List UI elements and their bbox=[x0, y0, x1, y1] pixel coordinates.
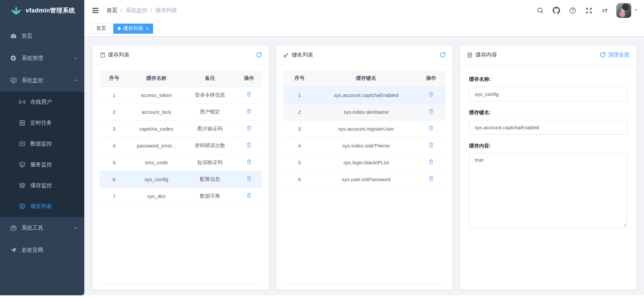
resize-grip-icon[interactable] bbox=[623, 222, 626, 228]
cell-remark: 图片验证码 bbox=[184, 120, 236, 137]
delete-row-button[interactable] bbox=[246, 125, 252, 131]
cache-value-field: true bbox=[469, 153, 627, 230]
clear-all-button[interactable]: 清理全部 bbox=[600, 52, 630, 59]
sidebar-item-label: 系统监控 bbox=[22, 77, 43, 84]
gear-icon bbox=[10, 55, 17, 62]
sidebar-item-system-monitor[interactable]: 系统监控 bbox=[0, 69, 84, 92]
delete-row-button[interactable] bbox=[246, 142, 252, 148]
cache-value-textarea[interactable]: true bbox=[469, 153, 627, 229]
trash-icon bbox=[428, 108, 434, 114]
github-button[interactable] bbox=[550, 4, 563, 17]
sidebar-submenu-monitor: 在线用户 定时任务 数据监控 服务监控 bbox=[0, 92, 84, 217]
trash-icon bbox=[428, 92, 434, 97]
table-row[interactable]: 4sys.index.sideTheme bbox=[283, 137, 446, 154]
delete-row-button[interactable] bbox=[246, 193, 252, 198]
delete-row-button[interactable] bbox=[428, 92, 434, 97]
question-circle-icon bbox=[569, 7, 576, 14]
table-row[interactable]: 2sys.index.skinName bbox=[283, 103, 446, 120]
cell-key: sys.login.blackIPList bbox=[316, 154, 416, 171]
sidebar-item-online-users[interactable]: 在线用户 bbox=[0, 92, 84, 112]
trash-icon bbox=[246, 176, 252, 181]
search-icon bbox=[537, 7, 544, 14]
collection-icon bbox=[99, 52, 105, 58]
font-size-icon: тT bbox=[602, 8, 608, 13]
tag-home[interactable]: 首页 bbox=[92, 24, 111, 34]
refresh-icon bbox=[440, 52, 446, 58]
server-monitor-icon bbox=[19, 161, 26, 168]
table-row[interactable]: 1sys.account.captchaEnabled bbox=[283, 87, 446, 103]
table-row[interactable]: 2account_lock用户锁定 bbox=[99, 103, 262, 120]
delete-row-button[interactable] bbox=[428, 108, 434, 114]
action-cell bbox=[416, 171, 446, 188]
sidebar-item-server-monitor[interactable]: 服务监控 bbox=[0, 154, 84, 175]
cell-index: 3 bbox=[283, 120, 316, 137]
sidebar-item-cache-monitor[interactable]: 缓存监控 bbox=[0, 175, 84, 196]
cell-index: 5 bbox=[283, 154, 316, 171]
column-header: 缓存键名 bbox=[316, 70, 416, 87]
delete-row-button[interactable] bbox=[246, 92, 252, 97]
breadcrumb-separator: / bbox=[150, 7, 152, 13]
tag-label: 缓存列表 bbox=[123, 25, 143, 32]
table-row[interactable]: 4password_error...密码错误次数 bbox=[99, 137, 262, 154]
delete-row-button[interactable] bbox=[428, 176, 434, 181]
logo[interactable]: vfadmin管理系统 bbox=[0, 0, 84, 21]
breadcrumb-home[interactable]: 首页 bbox=[107, 7, 117, 14]
column-header: 序号 bbox=[99, 70, 129, 87]
github-icon bbox=[553, 7, 560, 14]
table-row[interactable]: 5sms_code短信验证码 bbox=[99, 154, 262, 171]
clear-all-label: 清理全部 bbox=[608, 52, 630, 59]
delete-row-button[interactable] bbox=[246, 159, 252, 165]
cell-index: 2 bbox=[283, 103, 316, 120]
search-button[interactable] bbox=[533, 4, 547, 17]
tag-close-icon[interactable]: × bbox=[146, 26, 149, 31]
delete-row-button[interactable] bbox=[428, 142, 434, 148]
delete-row-button[interactable] bbox=[246, 176, 252, 181]
cache-key-input[interactable] bbox=[469, 120, 627, 135]
sidebar-item-system-tools[interactable]: 系统工具 bbox=[0, 217, 84, 239]
fullscreen-button[interactable] bbox=[582, 4, 595, 17]
monitor-icon bbox=[10, 77, 17, 84]
cache-name-input[interactable] bbox=[469, 87, 627, 101]
table-row[interactable]: 6sys.user.initPassword bbox=[283, 171, 446, 188]
table-row[interactable]: 1access_token登录令牌信息 bbox=[99, 87, 262, 103]
sidebar: vfadmin管理系统 首页 系统管理 系统监控 bbox=[0, 0, 84, 295]
table-row[interactable]: 6sys_config配置信息 bbox=[99, 171, 262, 188]
sidebar-item-home[interactable]: 首页 bbox=[0, 25, 84, 47]
sidebar-item-cache-list[interactable]: 缓存列表 bbox=[0, 196, 84, 217]
table-row[interactable]: 5sys.login.blackIPList bbox=[283, 154, 446, 171]
sidebar-item-system-manage[interactable]: 系统管理 bbox=[0, 47, 84, 69]
trash-icon bbox=[428, 159, 434, 165]
sidebar-item-official-site[interactable]: 若依官网 bbox=[0, 239, 84, 261]
sidebar-item-label: 缓存监控 bbox=[30, 182, 52, 189]
column-header: 操作 bbox=[416, 70, 446, 87]
sidebar-item-scheduled-jobs[interactable]: 定时任务 bbox=[0, 112, 84, 133]
cell-index: 6 bbox=[283, 171, 316, 188]
table-row[interactable]: 3sys.account.registerUser bbox=[283, 120, 446, 137]
help-button[interactable] bbox=[566, 4, 579, 17]
user-menu[interactable] bbox=[616, 3, 638, 18]
sidebar-fold-button[interactable] bbox=[92, 6, 100, 14]
delete-row-button[interactable] bbox=[428, 125, 434, 131]
tag-label: 首页 bbox=[96, 25, 106, 32]
caret-down-icon bbox=[634, 8, 638, 13]
delete-row-button[interactable] bbox=[246, 108, 252, 114]
user-avatar[interactable] bbox=[616, 3, 631, 18]
sidebar-item-data-monitor[interactable]: 数据监控 bbox=[0, 133, 84, 154]
cell-index: 2 bbox=[99, 103, 129, 120]
cell-index: 1 bbox=[283, 87, 316, 103]
horizontal-scrollbar-track[interactable] bbox=[0, 295, 644, 298]
navbar-actions: тT bbox=[533, 3, 638, 18]
tag-cache-list[interactable]: 缓存列表 × bbox=[113, 24, 153, 34]
table-row[interactable]: 3captcha_codes图片验证码 bbox=[99, 120, 262, 137]
table-row[interactable]: 7sys_dict数据字典 bbox=[99, 188, 262, 204]
refresh-key-list-button[interactable] bbox=[440, 52, 446, 58]
sidebar-item-label: 缓存列表 bbox=[30, 203, 52, 210]
delete-row-button[interactable] bbox=[428, 159, 434, 165]
cell-index: 7 bbox=[99, 188, 129, 204]
sidebar-item-label: 数据监控 bbox=[30, 140, 52, 147]
font-size-button[interactable]: тT bbox=[598, 4, 612, 17]
action-cell bbox=[416, 120, 446, 137]
breadcrumb: 首页 / 系统监控 / 缓存列表 bbox=[107, 7, 177, 14]
cell-name: sms_code bbox=[129, 154, 184, 171]
refresh-cache-list-button[interactable] bbox=[256, 52, 262, 58]
